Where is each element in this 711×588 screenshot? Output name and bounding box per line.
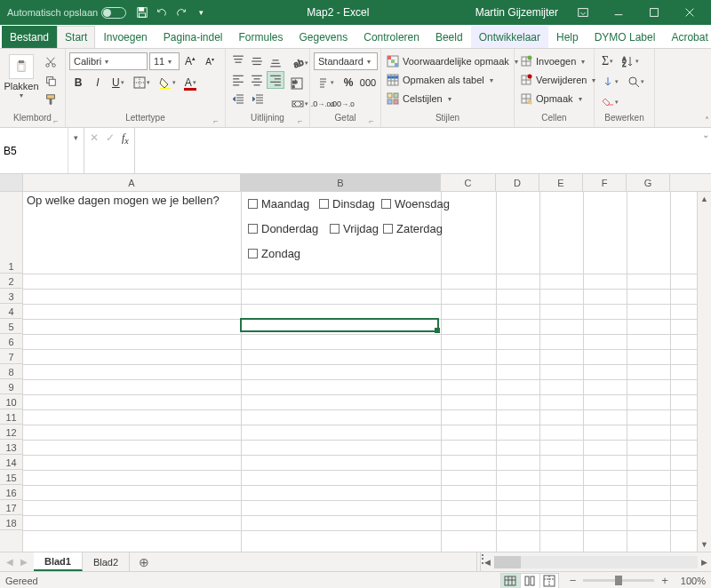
dialog-launcher-icon[interactable]: ⌐ xyxy=(366,116,377,127)
increase-decimal-icon[interactable]: .0→.00 xyxy=(314,95,332,113)
tab-invoegen[interactable]: Invoegen xyxy=(95,26,155,48)
accounting-format-icon[interactable]: ▾ xyxy=(314,74,338,91)
decrease-indent-icon[interactable] xyxy=(229,91,247,108)
sort-filter-button[interactable]: AZ▾ xyxy=(619,52,643,70)
insert-cells-button[interactable]: Invoegen▾ xyxy=(518,52,587,70)
dialog-launcher-icon[interactable]: ⌐ xyxy=(211,116,221,127)
copy-icon[interactable] xyxy=(43,73,59,89)
fill-button[interactable]: ▾ xyxy=(598,73,622,91)
tab-help[interactable]: Help xyxy=(548,26,587,48)
dialog-launcher-icon[interactable]: ⌐ xyxy=(295,116,306,127)
checkbox-zondag[interactable]: Zondag xyxy=(248,247,300,260)
format-painter-icon[interactable] xyxy=(43,91,59,107)
hscroll-track[interactable] xyxy=(494,556,698,568)
conditional-formatting-button[interactable]: Voorwaardelijke opmaak▾ xyxy=(385,52,520,70)
col-header-E[interactable]: E xyxy=(539,174,583,191)
vertical-scrollbar[interactable]: ▲ ▼ xyxy=(697,192,711,552)
increase-indent-icon[interactable] xyxy=(249,91,267,108)
row-header-1[interactable]: 1 xyxy=(0,192,22,274)
checkbox-vrijdag[interactable]: Vrijdag xyxy=(330,222,379,235)
zoom-out-button[interactable]: − xyxy=(566,574,580,587)
row-header-8[interactable]: 8 xyxy=(0,364,22,379)
italic-button[interactable]: I xyxy=(89,74,107,91)
increase-font-icon[interactable]: A▴ xyxy=(181,52,199,70)
ribbon-options-icon[interactable] xyxy=(565,0,601,25)
bold-button[interactable]: B xyxy=(69,74,87,91)
maximize-button[interactable] xyxy=(636,0,672,25)
page-break-view-icon[interactable] xyxy=(539,573,559,589)
row-header-3[interactable]: 3 xyxy=(0,289,22,304)
row-header-12[interactable]: 12 xyxy=(0,425,22,440)
hscroll-thumb[interactable] xyxy=(494,556,521,568)
select-all-corner[interactable] xyxy=(0,174,23,191)
page-layout-view-icon[interactable] xyxy=(520,573,539,589)
row-header-18[interactable]: 18 xyxy=(0,515,22,530)
decrease-decimal-icon[interactable]: .00→.0 xyxy=(333,95,351,113)
row-header-9[interactable]: 9 xyxy=(0,379,22,394)
decrease-font-icon[interactable]: A▾ xyxy=(201,52,219,70)
tab-beeld[interactable]: Beeld xyxy=(427,26,471,48)
collapse-ribbon-icon[interactable]: ˄ xyxy=(705,115,709,125)
col-header-F[interactable]: F xyxy=(583,174,627,191)
tab-formules[interactable]: Formules xyxy=(231,26,292,48)
font-size-combo[interactable]: 11▾ xyxy=(149,52,180,70)
row-header-15[interactable]: 15 xyxy=(0,470,22,485)
font-name-combo[interactable]: Calibri▾ xyxy=(69,52,148,70)
formula-input[interactable]: ⌄ xyxy=(135,128,711,173)
tab-start[interactable]: Start xyxy=(57,26,95,48)
row-header-5[interactable]: 5 xyxy=(0,319,22,334)
align-left-icon[interactable] xyxy=(229,71,247,89)
cell-styles-button[interactable]: Celstijlen▾ xyxy=(385,90,453,107)
active-cell[interactable] xyxy=(240,318,439,332)
align-right-icon[interactable] xyxy=(267,71,284,89)
comma-format-icon[interactable]: 000 xyxy=(359,74,377,91)
minimize-button[interactable] xyxy=(601,0,636,25)
wrap-text-icon[interactable]: abc xyxy=(288,75,306,92)
cells-area[interactable]: Op welke dagen mogen we je bellen?Maanda… xyxy=(23,192,711,552)
cancel-formula-icon[interactable]: ✕ xyxy=(90,131,99,144)
zoom-slider[interactable] xyxy=(583,579,654,582)
format-as-table-button[interactable]: Opmaken als tabel▾ xyxy=(385,71,495,89)
checkbox-dinsdag[interactable]: Dinsdag xyxy=(319,197,375,211)
col-header-A[interactable]: A xyxy=(23,174,241,191)
autosum-button[interactable]: Σ▾ xyxy=(598,52,617,70)
checkbox-donderdag[interactable]: Donderdag xyxy=(248,222,318,235)
user-name[interactable]: Martin Gijzemijter xyxy=(468,6,565,19)
redo-icon[interactable] xyxy=(174,5,188,20)
find-select-button[interactable]: ▾ xyxy=(624,73,648,91)
name-box-dropdown-icon[interactable]: ▾ xyxy=(68,128,84,173)
checkbox-woensdag[interactable]: Woensdag xyxy=(381,197,450,211)
qat-dropdown-icon[interactable]: ▾ xyxy=(194,5,208,20)
scroll-right-icon[interactable]: ▶ xyxy=(699,558,709,567)
number-format-combo[interactable]: Standaard▾ xyxy=(314,52,378,70)
scroll-up-icon[interactable]: ▲ xyxy=(698,192,711,206)
autosave-toggle[interactable]: Automatisch opslaan xyxy=(4,7,130,19)
col-header-G[interactable]: G xyxy=(627,174,670,191)
format-cells-button[interactable]: Opmaak▾ xyxy=(518,90,584,107)
borders-button[interactable]: ▾ xyxy=(130,74,154,91)
save-icon[interactable] xyxy=(135,5,149,20)
horizontal-scrollbar[interactable]: ◀ ▶ xyxy=(480,552,711,571)
delete-cells-button[interactable]: Verwijderen▾ xyxy=(518,71,597,89)
scroll-down-icon[interactable]: ▼ xyxy=(698,537,711,552)
dialog-launcher-icon[interactable]: ⌐ xyxy=(51,116,61,127)
sheet-next-icon[interactable]: ▶ xyxy=(18,557,30,567)
fill-color-button[interactable]: ▾ xyxy=(156,74,180,91)
checkbox-zaterdag[interactable]: Zaterdag xyxy=(383,222,443,235)
new-sheet-button[interactable]: ⊕ xyxy=(130,552,158,571)
row-header-6[interactable]: 6 xyxy=(0,334,22,349)
row-header-14[interactable]: 14 xyxy=(0,455,22,470)
tab-controleren[interactable]: Controleren xyxy=(356,26,427,48)
row-header-11[interactable]: 11 xyxy=(0,409,22,425)
normal-view-icon[interactable] xyxy=(500,573,520,589)
clear-button[interactable]: ▾ xyxy=(598,93,622,111)
sheet-prev-icon[interactable]: ◀ xyxy=(4,557,16,567)
col-header-D[interactable]: D xyxy=(496,174,539,191)
row-header-4[interactable]: 4 xyxy=(0,304,22,319)
percent-format-icon[interactable]: % xyxy=(340,74,357,91)
merge-center-button[interactable]: ▾ xyxy=(288,95,312,113)
col-header-C[interactable]: C xyxy=(441,174,496,191)
tab-acrobat[interactable]: Acrobat xyxy=(663,26,711,48)
row-header-13[interactable]: 13 xyxy=(0,440,22,455)
name-box[interactable]: ▾ xyxy=(0,128,84,173)
